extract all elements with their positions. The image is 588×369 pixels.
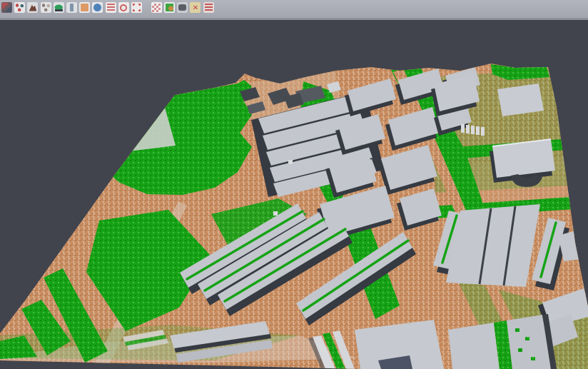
- target-icon[interactable]: [118, 2, 129, 13]
- classification-map-icon[interactable]: [164, 2, 175, 13]
- application-window: [0, 0, 588, 369]
- profile-icon[interactable]: [66, 2, 77, 13]
- orthophoto-icon[interactable]: [79, 2, 90, 13]
- dense-cloud-icon[interactable]: [41, 2, 51, 13]
- align-photos-icon[interactable]: [14, 2, 25, 13]
- toolbar: [0, 0, 588, 20]
- viewport-3d-scene[interactable]: [0, 0, 588, 369]
- camera-icon[interactable]: [177, 2, 188, 13]
- dem-icon[interactable]: [27, 2, 38, 13]
- import-project-icon[interactable]: [1, 2, 12, 13]
- transparency-icon[interactable]: [151, 2, 162, 13]
- measurements-icon[interactable]: [203, 2, 214, 13]
- terrain-model-icon[interactable]: [54, 2, 64, 13]
- geoprocessing-icon[interactable]: [92, 2, 103, 13]
- selection-icon[interactable]: [131, 2, 142, 13]
- remove-item-icon[interactable]: [190, 2, 201, 13]
- layers-icon[interactable]: [106, 2, 116, 13]
